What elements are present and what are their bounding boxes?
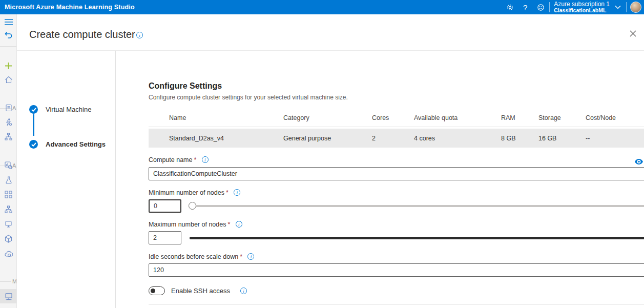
jobs-icon[interactable] <box>0 173 17 187</box>
cell-ram: 8 GB <box>501 135 538 142</box>
help-icon[interactable]: ? <box>517 0 533 14</box>
designer-icon[interactable] <box>0 130 17 143</box>
min-nodes-input[interactable] <box>149 199 181 213</box>
notebooks-icon[interactable] <box>0 101 17 114</box>
components-icon[interactable] <box>0 188 17 201</box>
vm-selected-row[interactable]: Standard_D2as_v4 General purpose 2 4 cor… <box>149 129 644 148</box>
compute-icon[interactable] <box>0 289 17 303</box>
col-cores: Cores <box>372 114 414 121</box>
col-category: Category <box>283 114 372 121</box>
new-plus-icon[interactable] <box>0 59 17 72</box>
ssh-toggle-label: Enable SSH access <box>171 287 230 295</box>
topbar-divider <box>626 2 627 12</box>
cell-available-quota: 4 cores <box>414 135 501 142</box>
cell-storage: 16 GB <box>538 135 586 142</box>
col-available-quota: Available quota <box>414 114 501 121</box>
section-divider <box>0 281 11 282</box>
panel-info-icon[interactable] <box>136 32 143 38</box>
max-nodes-info-icon[interactable] <box>236 221 242 228</box>
undo-back-icon[interactable] <box>0 28 17 42</box>
subscription-name: Azure subscription 1 <box>554 1 610 8</box>
min-nodes-slider[interactable] <box>190 202 644 210</box>
chevron-down-icon <box>615 5 621 9</box>
content-heading: Configure Settings <box>149 81 222 91</box>
col-cost-node: Cost/Node <box>586 114 644 121</box>
compute-name-input[interactable] <box>149 167 644 180</box>
idle-seconds-label: Idle seconds before scale down* <box>149 253 254 260</box>
max-nodes-label: Maximum number of nodes* <box>149 221 242 228</box>
nav-divider <box>0 46 17 47</box>
compute-name-label: Compute name* <box>149 156 209 163</box>
required-marker: * <box>226 189 228 196</box>
cell-name: Standard_D2as_v4 <box>169 135 283 142</box>
ssh-toggle[interactable] <box>149 286 165 295</box>
col-name: Name <box>169 114 283 121</box>
pipelines-icon[interactable] <box>0 202 17 216</box>
eye-preview-icon[interactable] <box>635 157 643 167</box>
step-virtual-machine[interactable]: Virtual Machine <box>29 105 91 114</box>
content-description: Configure compute cluster settings for y… <box>149 94 348 101</box>
datastores-icon[interactable] <box>0 305 17 308</box>
section-letter-manage: M <box>12 278 17 284</box>
cell-cost-node: -- <box>586 135 644 142</box>
topbar-divider <box>549 2 550 12</box>
panel-title: Create compute cluster <box>29 29 135 40</box>
automated-ml-icon[interactable] <box>0 115 17 129</box>
idle-seconds-input[interactable] <box>149 263 644 277</box>
col-ram: RAM <box>501 114 538 121</box>
app-title: Microsoft Azure Machine Learning Studio <box>0 4 135 11</box>
panel-header: Create compute cluster <box>17 14 644 51</box>
toggle-knob <box>151 289 155 293</box>
slider-handle[interactable] <box>189 202 196 210</box>
required-marker: * <box>194 156 196 163</box>
step-complete-check-icon <box>29 105 38 114</box>
col-storage: Storage <box>538 114 586 121</box>
step-connector <box>33 114 34 136</box>
endpoints-icon[interactable] <box>0 247 17 260</box>
environments-icon[interactable] <box>0 217 17 231</box>
step-advanced-settings[interactable]: Advanced Settings <box>29 140 106 149</box>
create-compute-cluster-panel: Create compute cluster Virtual Machine A… <box>17 14 644 308</box>
settings-gear-icon[interactable] <box>502 0 517 14</box>
step-navigation: Virtual Machine Advanced Settings <box>17 51 116 308</box>
max-nodes-input[interactable] <box>149 231 181 244</box>
vm-table-header: Name Category Cores Available quota RAM … <box>149 110 644 127</box>
feedback-smiley-icon[interactable] <box>533 0 548 14</box>
hamburger-menu-icon[interactable] <box>0 15 17 29</box>
vm-size-table: Name Category Cores Available quota RAM … <box>149 110 644 148</box>
left-nav-rail: A A M <box>0 14 17 308</box>
slider-track[interactable] <box>190 237 644 239</box>
ssh-info-icon[interactable] <box>240 288 247 294</box>
data-icon[interactable] <box>0 158 17 172</box>
cell-category: General purpose <box>283 135 372 142</box>
ssh-toggle-row: Enable SSH access <box>149 286 247 295</box>
home-icon[interactable] <box>0 73 17 86</box>
required-marker: * <box>227 221 230 228</box>
subscription-selector[interactable]: Azure subscription 1 ClassificationLabML <box>551 1 625 14</box>
models-icon[interactable] <box>0 232 17 245</box>
cell-cores: 2 <box>372 135 414 142</box>
idle-seconds-info-icon[interactable] <box>247 253 254 260</box>
step-label: Virtual Machine <box>46 106 91 113</box>
workspace-name: ClassificationLabML <box>554 8 610 14</box>
close-icon[interactable] <box>629 30 637 38</box>
required-marker: * <box>240 253 242 260</box>
max-nodes-slider[interactable] <box>190 234 644 242</box>
step-complete-check-icon <box>29 140 38 149</box>
top-app-bar: Microsoft Azure Machine Learning Studio … <box>0 0 644 14</box>
configure-settings-content: Configure Settings Configure compute clu… <box>132 51 644 308</box>
compute-name-info-icon[interactable] <box>202 156 209 163</box>
min-nodes-info-icon[interactable] <box>234 189 240 196</box>
section-divider <box>149 304 644 305</box>
min-nodes-label: Minimum number of nodes* <box>149 189 240 196</box>
step-label: Advanced Settings <box>46 140 106 148</box>
user-avatar[interactable] <box>630 2 641 13</box>
slider-track[interactable] <box>190 205 644 207</box>
